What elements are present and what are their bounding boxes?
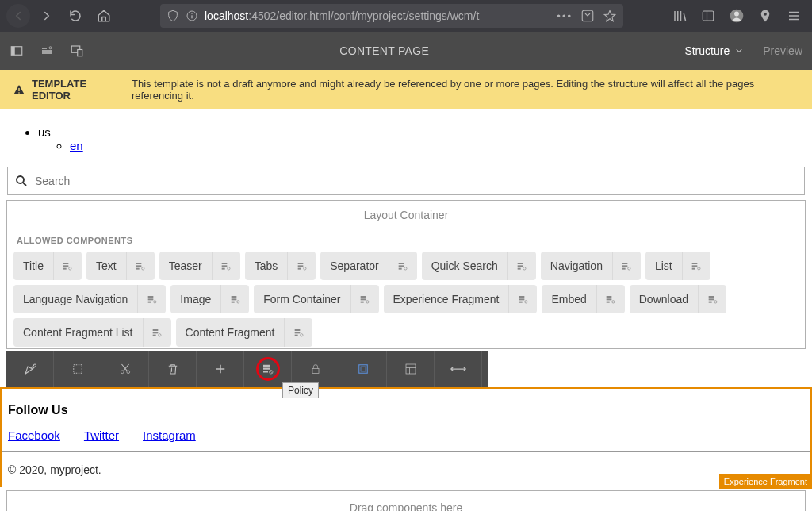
chip-label: List	[645, 259, 682, 272]
chip-policy-icon[interactable]	[389, 252, 417, 280]
component-chip[interactable]: Teaser	[159, 252, 240, 280]
editor-toolbar: CONTENT PAGE Structure Preview	[0, 32, 812, 70]
social-link[interactable]: Twitter	[84, 428, 119, 442]
library-icon[interactable]	[668, 4, 691, 28]
svg-rect-36	[399, 268, 402, 270]
component-chip[interactable]: Form Container	[254, 285, 378, 313]
delete-icon[interactable]	[149, 351, 197, 387]
toggle-panel-icon[interactable]	[10, 44, 24, 58]
reload-button[interactable]	[63, 4, 87, 28]
svg-point-77	[159, 334, 161, 336]
svg-rect-51	[148, 298, 154, 300]
back-button[interactable]	[6, 4, 30, 28]
group-icon[interactable]	[339, 351, 387, 387]
layout-icon[interactable]	[387, 351, 435, 387]
component-chip[interactable]: Experience Fragment	[384, 285, 538, 313]
svg-rect-74	[153, 329, 159, 331]
forward-button[interactable]	[35, 4, 59, 28]
component-chip[interactable]: Image	[170, 285, 249, 313]
page-title: CONTENT PAGE	[84, 44, 684, 57]
svg-rect-30	[297, 263, 303, 264]
svg-rect-10	[11, 47, 15, 56]
reader-icon[interactable]	[580, 9, 595, 23]
svg-rect-50	[148, 296, 154, 298]
component-chip[interactable]: Navigation	[541, 252, 641, 280]
chip-policy-icon[interactable]	[508, 252, 536, 280]
profile-icon[interactable]	[725, 4, 749, 28]
component-chip[interactable]: Download	[630, 285, 726, 313]
svg-rect-34	[399, 263, 404, 264]
svg-rect-82	[73, 365, 82, 374]
component-chip[interactable]: Tabs	[245, 252, 316, 280]
lang-child-link[interactable]: en	[70, 139, 83, 152]
component-chip[interactable]: Embed	[542, 285, 624, 313]
url-bar[interactable]: localhost:4502/editor.html/conf/myprojec…	[160, 4, 623, 28]
chip-policy-icon[interactable]	[350, 285, 379, 313]
svg-rect-31	[297, 265, 303, 267]
svg-rect-86	[263, 368, 270, 370]
lang-root: us	[38, 125, 51, 139]
search-input[interactable]	[35, 175, 798, 187]
component-chip[interactable]: Title	[13, 252, 82, 280]
chip-policy-icon[interactable]	[612, 252, 641, 280]
more-icon[interactable]: •••	[557, 10, 573, 22]
chip-policy-icon[interactable]	[508, 285, 537, 313]
location-icon[interactable]	[753, 4, 777, 28]
chip-policy-icon[interactable]	[596, 285, 625, 313]
chip-policy-icon[interactable]	[220, 285, 249, 313]
home-button[interactable]	[92, 4, 116, 28]
menu-icon[interactable]	[782, 4, 806, 28]
follow-heading: Follow Us	[2, 397, 810, 428]
parent-icon[interactable]	[54, 351, 102, 387]
social-link[interactable]: Instagram	[143, 428, 196, 442]
chip-policy-icon[interactable]	[126, 252, 155, 280]
component-chip[interactable]: List	[645, 252, 710, 280]
component-chip[interactable]: Content Fragment List	[13, 318, 171, 347]
svg-point-11	[49, 47, 52, 49]
emulator-icon[interactable]	[70, 44, 84, 58]
component-chip[interactable]: Language Navigation	[13, 285, 166, 313]
allowed-components-label: ALLOWED COMPONENTS	[13, 236, 799, 245]
mode-selector[interactable]: Structure	[684, 44, 744, 57]
chip-policy-icon[interactable]	[143, 318, 171, 347]
social-link[interactable]: Facebook	[8, 428, 60, 442]
svg-rect-44	[622, 268, 626, 270]
component-chip[interactable]: Quick Search	[422, 252, 536, 280]
configure-icon[interactable]	[6, 351, 54, 387]
page-info-icon[interactable]	[40, 44, 54, 58]
search-box[interactable]	[7, 167, 805, 195]
copyright-text: © 2020, myproject.	[2, 452, 810, 487]
shield-icon	[167, 10, 179, 22]
component-chip[interactable]: Separator	[320, 252, 416, 280]
preview-button[interactable]: Preview	[763, 44, 802, 57]
chip-policy-icon[interactable]	[53, 252, 82, 280]
svg-rect-85	[263, 365, 270, 367]
chip-policy-icon[interactable]	[284, 318, 312, 347]
layout-container[interactable]: Layout Container ALLOWED COMPONENTS Titl…	[6, 200, 806, 349]
sidebar-icon[interactable]	[696, 4, 720, 28]
chip-policy-icon[interactable]	[137, 285, 166, 313]
chip-label: Image	[170, 293, 220, 305]
svg-rect-90	[358, 365, 367, 374]
svg-point-61	[366, 301, 369, 303]
convert-icon[interactable]	[435, 351, 482, 387]
svg-point-49	[698, 267, 700, 270]
chip-label: Embed	[542, 293, 596, 305]
warning-bar: TEMPLATE EDITOR This template is not a d…	[0, 70, 812, 110]
component-chip[interactable]: Text	[86, 252, 155, 280]
cut-icon[interactable]	[102, 351, 149, 387]
dropzone[interactable]: Drag components here	[6, 490, 806, 511]
chip-policy-icon[interactable]	[287, 252, 316, 280]
chip-policy-icon[interactable]	[212, 252, 240, 280]
chip-policy-icon[interactable]	[682, 252, 710, 280]
svg-rect-46	[692, 263, 698, 264]
experience-fragment-region[interactable]: Follow Us FacebookTwitterInstagram © 202…	[0, 387, 812, 487]
bookmark-icon[interactable]	[603, 9, 617, 23]
svg-point-65	[525, 301, 527, 303]
chip-policy-icon[interactable]	[698, 285, 726, 313]
component-chip[interactable]: Content Fragment	[176, 318, 313, 347]
insert-icon[interactable]	[197, 351, 244, 387]
warning-label: TEMPLATE EDITOR	[32, 78, 125, 102]
svg-rect-39	[518, 265, 523, 267]
svg-rect-54	[231, 296, 236, 298]
